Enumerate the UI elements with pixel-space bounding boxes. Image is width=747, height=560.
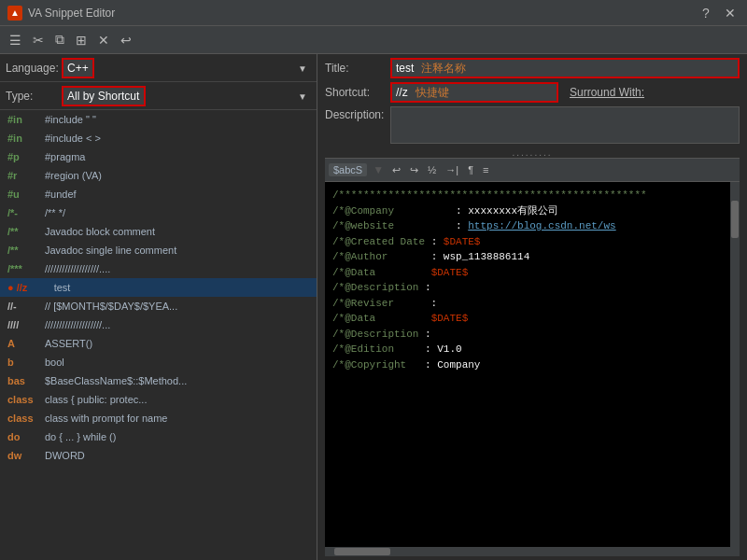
list-item[interactable]: /*- /** */ xyxy=(0,203,317,222)
list-item[interactable]: /** Javadoc block comment xyxy=(0,222,317,241)
snippet-text: /** */ xyxy=(45,207,65,218)
editor-undo-btn[interactable]: ↩ xyxy=(389,163,403,177)
snippet-text: ASSERT() xyxy=(45,338,92,349)
snippet-text: test xyxy=(54,282,71,293)
code-line: /*@Description : xyxy=(332,327,723,343)
snippet-text: $BaseClassName$::$Method... xyxy=(45,375,187,386)
toolbar-cut-icon[interactable]: ✂ xyxy=(29,31,48,49)
editor-redo-btn[interactable]: ↪ xyxy=(407,163,421,177)
snippet-abbr: /** xyxy=(7,226,45,237)
description-textarea[interactable] xyxy=(390,106,740,144)
list-item[interactable]: #r #region (VA) xyxy=(0,166,317,185)
window-controls: ? ✕ xyxy=(697,6,740,21)
code-line: /*@Data $DATE$ xyxy=(332,311,723,327)
list-item[interactable]: #in #include < > xyxy=(0,129,317,147)
horizontal-scrollbar-thumb[interactable] xyxy=(334,548,390,555)
vertical-scrollbar-thumb[interactable] xyxy=(731,201,739,238)
app-icon: ▲ xyxy=(7,6,22,21)
list-item[interactable]: #p #pragma xyxy=(0,147,317,166)
snippet-text: do { ... } while () xyxy=(45,431,116,442)
snippet-abbr: #r xyxy=(7,170,45,181)
list-item[interactable]: do do { ... } while () xyxy=(0,427,317,446)
snippet-text: class { public: protec... xyxy=(45,394,147,405)
title-label: Title: xyxy=(325,62,390,75)
main-content: Language: C++ ▼ Type: All by Shortcut ▼ … xyxy=(0,54,747,560)
snippet-abbr: bas xyxy=(7,375,45,386)
shortcut-field-wrapper[interactable]: //z 快捷键 xyxy=(390,82,558,103)
toolbar-undo-icon[interactable]: ↩ xyxy=(117,31,135,49)
language-select-wrapper[interactable]: C++ ▼ xyxy=(62,58,311,78)
snippet-text: ///////////////////.... xyxy=(45,263,110,274)
close-button[interactable]: ✕ xyxy=(721,6,740,21)
list-item[interactable]: //// ////////////////////... xyxy=(0,315,317,334)
list-item[interactable]: A ASSERT() xyxy=(0,334,317,353)
snippet-text: #pragma xyxy=(45,151,85,162)
help-button[interactable]: ? xyxy=(697,6,715,21)
vertical-scrollbar[interactable] xyxy=(730,182,740,547)
snippet-text: bool xyxy=(45,357,64,368)
snippet-abbr: #u xyxy=(7,189,45,200)
description-label: Description: xyxy=(325,106,390,121)
list-item[interactable]: #in #include " " xyxy=(0,110,317,129)
editor-tab-btn[interactable]: →| xyxy=(443,163,461,176)
editor-half-btn[interactable]: ½ xyxy=(425,163,439,176)
list-item[interactable]: dw DWORD xyxy=(0,446,317,465)
code-line: /***************************************… xyxy=(332,188,723,203)
snippet-text: class with prompt for name xyxy=(45,413,167,424)
shortcut-cn: 快捷键 xyxy=(412,85,453,101)
list-item[interactable]: /** Javadoc single line comment xyxy=(0,241,317,259)
snippet-abbr: /*** xyxy=(7,263,45,274)
snippet-abbr: #in xyxy=(7,114,45,125)
snippet-text: Javadoc single line comment xyxy=(45,245,176,256)
shortcut-label: Shortcut: xyxy=(325,86,390,99)
title-field-cn: 注释名称 xyxy=(417,61,470,77)
snippet-text: ////////////////////... xyxy=(45,319,110,330)
shortcut-form-row: Shortcut: //z 快捷键 Surround With: xyxy=(325,82,740,103)
snippet-abbr: b xyxy=(7,357,45,368)
snippet-abbr: do xyxy=(7,431,45,442)
dots-separator: ......... xyxy=(325,147,740,158)
toolbar-delete-icon[interactable]: ✕ xyxy=(94,31,113,49)
code-line: /*@Copyright : Company xyxy=(332,357,723,373)
title-field-en: test xyxy=(392,62,417,75)
list-item[interactable]: bas $BaseClassName$::$Method... xyxy=(0,371,317,390)
toolbar-menu-icon[interactable]: ☰ xyxy=(6,31,25,49)
editor-para-btn[interactable]: ¶ xyxy=(465,163,476,176)
snippet-abbr: dw xyxy=(7,450,45,461)
type-select-arrow-icon: ▼ xyxy=(298,91,307,101)
title-field-wrapper[interactable]: test 注释名称 xyxy=(390,58,740,78)
list-item[interactable]: /*** ///////////////////.... xyxy=(0,259,317,278)
language-select[interactable]: C++ xyxy=(62,58,94,78)
code-editor[interactable]: /***************************************… xyxy=(325,182,730,547)
title-form-row: Title: test 注释名称 xyxy=(325,58,740,78)
list-item[interactable]: class class { public: protec... xyxy=(0,390,317,409)
list-item[interactable]: ●//z test xyxy=(0,278,317,297)
snippet-text: DWORD xyxy=(45,450,85,461)
snippet-text: #include < > xyxy=(45,133,101,144)
snippet-abbr: class xyxy=(7,394,45,405)
code-line: /*@Company : xxxxxxxx有限公司 xyxy=(332,203,723,219)
toolbar-copy-icon[interactable]: ⧉ xyxy=(51,30,68,49)
title-bar: ▲ VA Snippet Editor ? ✕ xyxy=(0,0,747,26)
toolbar: ☰ ✂ ⧉ ⊞ ✕ ↩ xyxy=(0,26,747,54)
snippet-abbr: class xyxy=(7,413,45,424)
list-item[interactable]: b bool xyxy=(0,353,317,371)
snippet-abbr: #in xyxy=(7,133,45,144)
code-line: /*@Reviser : xyxy=(332,296,723,312)
horizontal-scrollbar[interactable] xyxy=(325,547,740,556)
type-row: Type: All by Shortcut ▼ xyxy=(0,82,317,110)
list-item[interactable]: class class with prompt for name xyxy=(0,409,317,427)
type-label: Type: xyxy=(6,90,62,103)
snippet-text: // [$MONTH$/$DAY$/$YEA... xyxy=(45,301,177,312)
snippet-abbr: A xyxy=(7,338,45,349)
editor-wrap-btn[interactable]: ≡ xyxy=(480,163,491,176)
type-select-wrapper[interactable]: All by Shortcut ▼ xyxy=(62,86,311,106)
language-select-arrow-icon: ▼ xyxy=(298,63,307,73)
list-item[interactable]: //- // [$MONTH$/$DAY$/$YEA... xyxy=(0,297,317,315)
code-line: /*@website : https://blog.csdn.net/ws xyxy=(332,218,723,234)
toolbar-paste-icon[interactable]: ⊞ xyxy=(72,31,91,49)
code-line: /*@Description : xyxy=(332,280,723,296)
list-item[interactable]: #u #undef xyxy=(0,185,317,203)
type-select[interactable]: All by Shortcut xyxy=(62,86,146,106)
snippet-abbr: //- xyxy=(7,301,45,312)
